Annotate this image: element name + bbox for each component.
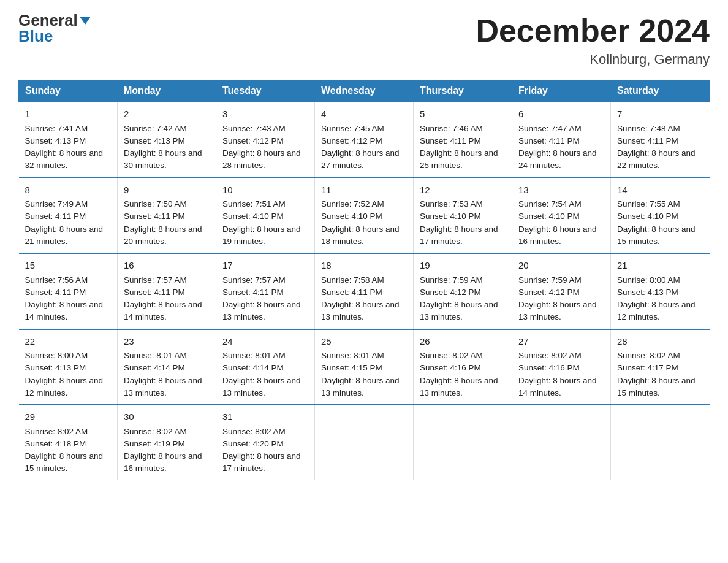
day-number: 24	[222, 335, 308, 349]
day-info: Sunrise: 7:57 AMSunset: 4:11 PMDaylight:…	[222, 275, 301, 322]
day-number: 5	[420, 107, 506, 121]
title-block: December 2024 Kollnburg, Germany	[476, 12, 710, 67]
day-info: Sunrise: 8:02 AMSunset: 4:16 PMDaylight:…	[420, 351, 498, 397]
column-header-monday: Monday	[118, 80, 216, 102]
calendar-cell: 25Sunrise: 8:01 AMSunset: 4:15 PMDayligh…	[315, 329, 414, 405]
day-number: 22	[25, 335, 112, 349]
calendar-cell: 10Sunrise: 7:51 AMSunset: 4:10 PMDayligh…	[216, 178, 315, 254]
day-info: Sunrise: 7:46 AMSunset: 4:11 PMDaylight:…	[420, 124, 498, 170]
day-info: Sunrise: 7:45 AMSunset: 4:12 PMDaylight:…	[321, 124, 400, 170]
day-number: 28	[617, 335, 703, 349]
day-info: Sunrise: 7:53 AMSunset: 4:10 PMDaylight:…	[420, 199, 498, 246]
calendar-table: SundayMondayTuesdayWednesdayThursdayFrid…	[18, 80, 710, 480]
page-subtitle: Kollnburg, Germany	[476, 52, 710, 67]
day-number: 1	[25, 107, 112, 121]
week-row-4: 22Sunrise: 8:00 AMSunset: 4:13 PMDayligh…	[19, 329, 710, 405]
day-number: 10	[222, 183, 308, 197]
calendar-cell: 27Sunrise: 8:02 AMSunset: 4:16 PMDayligh…	[512, 329, 611, 405]
day-info: Sunrise: 7:42 AMSunset: 4:13 PMDaylight:…	[124, 124, 202, 170]
calendar-cell: 7Sunrise: 7:48 AMSunset: 4:11 PMDaylight…	[611, 102, 710, 178]
calendar-cell	[611, 405, 710, 480]
calendar-cell: 5Sunrise: 7:46 AMSunset: 4:11 PMDaylight…	[414, 102, 512, 178]
calendar-cell: 31Sunrise: 8:02 AMSunset: 4:20 PMDayligh…	[216, 405, 315, 480]
column-header-tuesday: Tuesday	[216, 80, 315, 102]
calendar-cell: 16Sunrise: 7:57 AMSunset: 4:11 PMDayligh…	[118, 253, 216, 329]
day-info: Sunrise: 8:00 AMSunset: 4:13 PMDaylight:…	[25, 351, 104, 397]
calendar-cell: 15Sunrise: 7:56 AMSunset: 4:11 PMDayligh…	[19, 253, 118, 329]
day-info: Sunrise: 7:48 AMSunset: 4:11 PMDaylight:…	[617, 124, 696, 170]
column-header-thursday: Thursday	[414, 80, 512, 102]
calendar-cell: 2Sunrise: 7:42 AMSunset: 4:13 PMDaylight…	[118, 102, 216, 178]
day-number: 3	[222, 107, 308, 121]
logo-line2: Blue	[18, 28, 53, 44]
calendar-cell: 17Sunrise: 7:57 AMSunset: 4:11 PMDayligh…	[216, 253, 315, 329]
day-info: Sunrise: 7:52 AMSunset: 4:10 PMDaylight:…	[321, 199, 400, 246]
calendar-cell: 3Sunrise: 7:43 AMSunset: 4:12 PMDaylight…	[216, 102, 315, 178]
day-info: Sunrise: 7:50 AMSunset: 4:11 PMDaylight:…	[124, 199, 202, 246]
day-info: Sunrise: 7:41 AMSunset: 4:13 PMDaylight:…	[25, 124, 104, 170]
day-number: 23	[124, 335, 210, 349]
day-number: 2	[124, 107, 210, 121]
page-header: General Blue December 2024 Kollnburg, Ge…	[18, 12, 710, 67]
day-number: 11	[321, 183, 407, 197]
calendar-cell: 22Sunrise: 8:00 AMSunset: 4:13 PMDayligh…	[19, 329, 118, 405]
day-number: 14	[617, 183, 703, 197]
calendar-cell: 29Sunrise: 8:02 AMSunset: 4:18 PMDayligh…	[19, 405, 118, 480]
column-header-saturday: Saturday	[611, 80, 710, 102]
logo-line1: General	[18, 12, 91, 28]
day-number: 20	[518, 259, 604, 273]
day-info: Sunrise: 8:02 AMSunset: 4:19 PMDaylight:…	[124, 427, 202, 473]
week-row-5: 29Sunrise: 8:02 AMSunset: 4:18 PMDayligh…	[19, 405, 710, 480]
day-info: Sunrise: 8:01 AMSunset: 4:15 PMDaylight:…	[321, 351, 400, 397]
day-number: 9	[124, 183, 210, 197]
day-number: 21	[617, 259, 703, 273]
day-number: 8	[25, 183, 112, 197]
calendar-cell: 9Sunrise: 7:50 AMSunset: 4:11 PMDaylight…	[118, 178, 216, 254]
column-header-wednesday: Wednesday	[315, 80, 414, 102]
day-number: 4	[321, 107, 407, 121]
calendar-cell: 14Sunrise: 7:55 AMSunset: 4:10 PMDayligh…	[611, 178, 710, 254]
logo: General Blue	[18, 12, 91, 44]
day-info: Sunrise: 8:02 AMSunset: 4:18 PMDaylight:…	[25, 427, 104, 473]
day-info: Sunrise: 8:01 AMSunset: 4:14 PMDaylight:…	[124, 351, 202, 397]
day-info: Sunrise: 7:57 AMSunset: 4:11 PMDaylight:…	[124, 275, 202, 322]
day-number: 15	[25, 259, 112, 273]
column-header-sunday: Sunday	[19, 80, 118, 102]
day-info: Sunrise: 7:56 AMSunset: 4:11 PMDaylight:…	[25, 275, 104, 322]
calendar-cell: 23Sunrise: 8:01 AMSunset: 4:14 PMDayligh…	[118, 329, 216, 405]
day-info: Sunrise: 7:58 AMSunset: 4:11 PMDaylight:…	[321, 275, 400, 322]
week-row-1: 1Sunrise: 7:41 AMSunset: 4:13 PMDaylight…	[19, 102, 710, 178]
day-info: Sunrise: 7:47 AMSunset: 4:11 PMDaylight:…	[518, 124, 597, 170]
week-row-2: 8Sunrise: 7:49 AMSunset: 4:11 PMDaylight…	[19, 178, 710, 254]
calendar-cell	[315, 405, 414, 480]
calendar-cell	[414, 405, 512, 480]
day-info: Sunrise: 7:51 AMSunset: 4:10 PMDaylight:…	[222, 199, 301, 246]
day-number: 18	[321, 259, 407, 273]
day-number: 16	[124, 259, 210, 273]
day-info: Sunrise: 7:55 AMSunset: 4:10 PMDaylight:…	[617, 199, 696, 246]
calendar-cell: 24Sunrise: 8:01 AMSunset: 4:14 PMDayligh…	[216, 329, 315, 405]
calendar-header-row: SundayMondayTuesdayWednesdayThursdayFrid…	[19, 80, 710, 102]
calendar-cell: 12Sunrise: 7:53 AMSunset: 4:10 PMDayligh…	[414, 178, 512, 254]
day-number: 26	[420, 335, 506, 349]
calendar-cell: 30Sunrise: 8:02 AMSunset: 4:19 PMDayligh…	[118, 405, 216, 480]
day-number: 31	[222, 410, 308, 424]
calendar-cell: 13Sunrise: 7:54 AMSunset: 4:10 PMDayligh…	[512, 178, 611, 254]
calendar-cell	[512, 405, 611, 480]
day-number: 30	[124, 410, 210, 424]
calendar-cell: 11Sunrise: 7:52 AMSunset: 4:10 PMDayligh…	[315, 178, 414, 254]
day-number: 6	[518, 107, 604, 121]
day-number: 12	[420, 183, 506, 197]
day-number: 17	[222, 259, 308, 273]
day-info: Sunrise: 8:02 AMSunset: 4:20 PMDaylight:…	[222, 427, 301, 473]
day-number: 7	[617, 107, 703, 121]
calendar-cell: 28Sunrise: 8:02 AMSunset: 4:17 PMDayligh…	[611, 329, 710, 405]
day-info: Sunrise: 8:01 AMSunset: 4:14 PMDaylight:…	[222, 351, 301, 397]
day-number: 27	[518, 335, 604, 349]
calendar-cell: 1Sunrise: 7:41 AMSunset: 4:13 PMDaylight…	[19, 102, 118, 178]
calendar-cell: 19Sunrise: 7:59 AMSunset: 4:12 PMDayligh…	[414, 253, 512, 329]
day-info: Sunrise: 7:59 AMSunset: 4:12 PMDaylight:…	[518, 275, 597, 322]
day-info: Sunrise: 7:59 AMSunset: 4:12 PMDaylight:…	[420, 275, 498, 322]
calendar-cell: 4Sunrise: 7:45 AMSunset: 4:12 PMDaylight…	[315, 102, 414, 178]
calendar-cell: 26Sunrise: 8:02 AMSunset: 4:16 PMDayligh…	[414, 329, 512, 405]
